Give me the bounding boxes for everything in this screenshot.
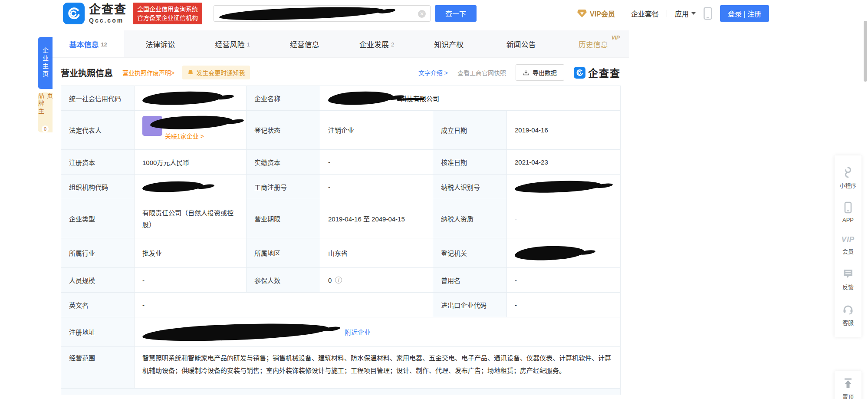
main-content-card: 基本信息 12 法律诉讼 经营风险 1 经营信息 企业发展 2 知识产权 新闻公… (52, 30, 629, 395)
company-name-visible-tail: 科技有限公司 (400, 94, 439, 103)
gov-badge-line1: 全国企业信用查询系统 (137, 5, 198, 13)
tab-legal-litigation[interactable]: 法律诉讼 (124, 30, 196, 57)
related-companies-link[interactable]: 关联1家企业 > (165, 132, 233, 140)
tab-count: 1 (247, 41, 250, 48)
next-row-stub (61, 389, 620, 395)
gov-badge-line2: 官方备案企业征信机构 (137, 13, 198, 22)
tool-label: 小程序 (839, 181, 856, 189)
value-region: 山东省 (320, 238, 433, 267)
table-row: 企业类型 有限责任公司（自然人投资或控股） 营业期限 2019-04-16 至 … (61, 199, 620, 238)
redaction-blob (328, 90, 394, 106)
customer-service-button[interactable]: 客服 (835, 297, 861, 333)
page: 企查查 Qcc.com 全国企业信用查询系统 官方备案企业征信机构 ✕ 查一下 … (0, 0, 868, 399)
label-english-name: 英文名 (61, 293, 135, 317)
label-insured-count: 参保人数 (247, 268, 320, 292)
section-header-right: 文字介绍 > 查看工商官网快照 导出数据 企查查 (418, 64, 629, 81)
value-paid-capital: - (320, 150, 433, 174)
divider (667, 10, 667, 17)
table-row: 经营范围 智慧照明系统和智能家电产品的研发与销售；销售机械设备、建筑材料、防水保… (61, 347, 620, 389)
vip-text-icon: VIP (842, 235, 855, 244)
app-download-button[interactable]: APP (835, 195, 861, 229)
tab-label: 知识产权 (434, 39, 464, 49)
redaction-blob (514, 245, 584, 261)
value-org-code (135, 175, 247, 199)
vip-member-button[interactable]: VIP 会员 (835, 229, 861, 261)
page-scrollbar[interactable] (864, 21, 867, 82)
qcc-watermark-icon (574, 67, 585, 79)
gov-credential-badge: 全国企业信用查询系统 官方备案企业征信机构 (133, 3, 202, 25)
brand-home-count: 0 (42, 125, 49, 132)
sidebar-tab-company-home[interactable]: 企业主页 (38, 37, 53, 89)
tab-count: 12 (101, 41, 107, 48)
tab-news[interactable]: 新闻公告 (485, 30, 557, 57)
header-right-nav: VIP会员 企业套餐 应用 登录 | 注册 (577, 5, 868, 22)
back-to-top-card: 置顶 (835, 371, 861, 399)
enterprise-package-link[interactable]: 企业套餐 (631, 8, 659, 19)
sidebar-tab-brand-home[interactable]: 品牌主页 0 (38, 92, 53, 132)
qcc-logo[interactable]: 企查查 Qcc.com (63, 3, 127, 24)
divider (623, 10, 623, 17)
notify-label: 发生变更时通知我 (196, 68, 245, 77)
label-establish-date: 成立日期 (433, 111, 507, 149)
qcc-logo-text: 企查查 Qcc.com (89, 4, 127, 23)
tool-label: APP (842, 217, 854, 223)
label-credit-code: 统一社会信用代码 (61, 86, 135, 110)
nearby-companies-link[interactable]: 附近企业 (345, 327, 371, 336)
value-staff-size: - (135, 268, 247, 292)
label-legal-representative: 法定代表人 (61, 111, 135, 149)
table-row: 法定代表人 关联1家企业 > 登记状态 注销企业 成立日期 2019-04-16 (61, 111, 620, 150)
value-insured-count: 0 i (320, 268, 433, 292)
value-establish-date: 2019-04-16 (507, 111, 620, 149)
info-icon[interactable]: i (335, 277, 342, 284)
apps-dropdown[interactable]: 应用 (675, 8, 696, 19)
search-input[interactable]: ✕ (214, 5, 431, 22)
tab-intellectual-property[interactable]: 知识产权 (413, 30, 485, 57)
tab-count: 2 (391, 41, 394, 48)
feedback-chat-icon (842, 267, 854, 280)
value-company-type: 有限责任公司（自然人投资或控股） (135, 199, 247, 238)
download-icon (523, 69, 529, 76)
feedback-button[interactable]: 反馈 (835, 261, 861, 297)
gov-snapshot-link[interactable]: 查看工商官网快照 (457, 68, 506, 77)
table-row: 注册资本 1000万元人民币 实缴资本 - 核准日期 2021-04-23 (61, 150, 620, 175)
export-data-button[interactable]: 导出数据 (516, 64, 564, 81)
license-void-link[interactable]: 营业执照作废声明> (122, 68, 174, 77)
redaction-blob (142, 90, 223, 106)
value-import-export-code: - (507, 293, 620, 317)
tab-label: 法律诉讼 (145, 39, 175, 49)
value-registration-authority (507, 238, 620, 267)
miniprogram-button[interactable]: 小程序 (835, 160, 861, 195)
tab-operation-info[interactable]: 经营信息 (269, 30, 341, 57)
text-intro-link[interactable]: 文字介绍 > (418, 68, 448, 77)
qcc-watermark: 企查查 (574, 65, 621, 80)
tab-operation-risk[interactable]: 经营风险 1 (197, 30, 269, 57)
value-registration-status: 注销企业 (320, 111, 433, 149)
tab-company-development[interactable]: 企业发展 2 (341, 30, 413, 57)
label-registration-status: 登记状态 (247, 111, 320, 149)
login-register-button[interactable]: 登录 | 注册 (720, 5, 769, 22)
export-label: 导出数据 (533, 68, 557, 77)
value-english-name: - (135, 293, 433, 317)
mobile-app-icon[interactable] (704, 7, 712, 20)
vip-gem-icon (577, 9, 587, 18)
label-company-name: 企业名称 (247, 86, 320, 110)
tab-history-info[interactable]: 历史信息 VIP (557, 30, 629, 57)
vip-member-link[interactable]: VIP会员 (577, 8, 615, 19)
tab-basic-info[interactable]: 基本信息 12 (52, 30, 124, 57)
qcc-swirl-icon (66, 6, 81, 21)
search-button[interactable]: 查一下 (435, 5, 477, 22)
value-business-reg-number: - (320, 175, 433, 199)
business-license-table: 统一社会信用代码 企业名称 科技有限公司 法定代表人 关联1家企业 > (61, 86, 621, 395)
label-import-export-code: 进出口企业代码 (433, 293, 507, 317)
tab-label: 经营风险 (215, 39, 245, 49)
tab-label: 历史信息 (579, 39, 608, 49)
back-to-top-button[interactable]: 置顶 (835, 376, 861, 399)
notify-on-change-button[interactable]: 发生变更时通知我 (182, 66, 250, 79)
company-home-label: 企业主页 (41, 47, 49, 79)
clear-search-icon[interactable]: ✕ (418, 10, 426, 18)
label-business-scope: 经营范围 (61, 347, 135, 388)
brand-domain: Qcc.com (89, 17, 127, 23)
value-credit-code (135, 86, 247, 110)
redaction-blob (142, 181, 204, 193)
legal-rep-info: 关联1家企业 > (168, 116, 233, 140)
